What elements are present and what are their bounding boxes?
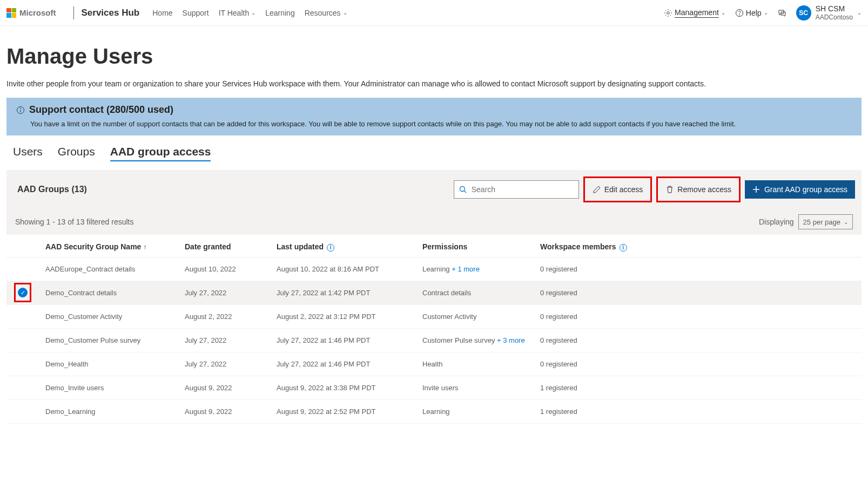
cell-updated: July 27, 2022 at 1:46 PM PDT [277,360,422,368]
tab-aad-group-access[interactable]: AAD group access [110,145,211,161]
cell-date: August 9, 2022 [185,384,277,392]
header-right: Management ⌄ Help ⌄ SC SH CSM AADContoso… [664,4,862,21]
nav-it-health[interactable]: IT Health⌄ [219,9,256,17]
more-permissions-link[interactable]: + 3 more [497,336,525,344]
product-brand[interactable]: Services Hub [82,8,140,18]
col-members[interactable]: Workspace membersi [540,242,659,252]
user-menu[interactable]: SC SH CSM AADContoso ⌄ [796,4,862,21]
remove-access-button[interactable]: Remove access [660,180,737,199]
nav-home[interactable]: Home [152,9,172,17]
table-row[interactable]: Demo_Invite usersAugust 9, 2022August 9,… [6,376,862,400]
col-updated[interactable]: Last updatedi [277,242,422,252]
cell-members: 0 registered [540,265,659,273]
grant-access-label: Grant AAD group access [764,185,847,194]
primary-nav: Home Support IT Health⌄ Learning Resourc… [152,9,347,17]
cell-permissions: Customer Activity [422,313,540,321]
plus-icon [752,186,760,193]
cell-updated: July 27, 2022 at 1:46 PM PDT [277,336,422,344]
microsoft-square-icon [6,8,16,18]
sort-asc-icon: ↑ [143,243,146,251]
tab-groups[interactable]: Groups [58,145,95,161]
cell-date: July 27, 2022 [185,336,277,344]
user-text: SH CSM AADContoso [816,4,853,21]
highlight-row-select: ✓ [14,283,31,302]
table-row[interactable]: Demo_Customer Pulse surveyJuly 27, 2022J… [6,329,862,352]
cell-updated: July 27, 2022 at 1:42 PM PDT [277,289,422,297]
svg-point-0 [667,11,669,13]
chat-icon[interactable] [778,9,786,17]
nav-learning-label: Learning [265,9,295,17]
table-row[interactable]: Demo_LearningAugust 9, 2022August 9, 202… [6,400,862,424]
nav-support[interactable]: Support [183,9,209,17]
nav-support-label: Support [183,9,209,17]
search-input[interactable] [470,185,574,194]
chevron-down-icon: ⌄ [251,10,255,16]
toolbar: AAD Groups (13) Edit access Remove acces… [6,170,862,209]
microsoft-logo[interactable]: Microsoft [6,8,66,18]
cell-name: Demo_Customer Pulse survey [39,336,185,344]
edit-access-button[interactable]: Edit access [587,180,649,199]
app-header: Microsoft Services Hub Home Support IT H… [0,0,868,26]
table-row[interactable]: Demo_HealthJuly 27, 2022July 27, 2022 at… [6,352,862,376]
header-divider [73,6,74,19]
cell-permissions: Contract details [422,289,540,297]
nav-resources[interactable]: Resources⌄ [305,9,347,17]
checkmark-icon: ✓ [18,288,28,297]
table-row[interactable]: AADEurope_Contract detailsAugust 10, 202… [6,257,862,281]
cell-date: August 9, 2022 [185,408,277,416]
nav-learning[interactable]: Learning [265,9,295,17]
chevron-down-icon: ⌄ [721,10,725,16]
cell-members: 0 registered [540,336,659,344]
cell-members: 1 registered [540,408,659,416]
support-contact-banner: Support contact (280/500 used) You have … [6,98,862,135]
more-permissions-link[interactable]: + 1 more [452,265,480,273]
info-icon[interactable]: i [327,244,334,252]
col-date[interactable]: Date granted [185,242,277,251]
per-page-select[interactable]: 25 per page ⌄ [798,214,853,229]
edit-access-label: Edit access [604,185,643,194]
help-menu[interactable]: Help ⌄ [735,9,768,17]
chevron-down-icon: ⌄ [857,10,862,16]
cell-updated: August 2, 2022 at 3:12 PM PDT [277,313,422,321]
cell-members: 1 registered [540,384,659,392]
cell-name: Demo_Learning [39,408,185,416]
groups-table: AAD Security Group Name↑ Date granted La… [6,235,862,424]
table-row[interactable]: ✓Demo_Contract detailsJuly 27, 2022July … [6,281,862,305]
banner-title: Support contact (280/500 used) [29,104,173,116]
col-date-label: Date granted [185,242,231,251]
chevron-down-icon: ⌄ [764,10,768,16]
management-menu[interactable]: Management ⌄ [664,8,725,18]
grant-access-button[interactable]: Grant AAD group access [745,180,855,199]
trash-icon [665,185,674,194]
cell-updated: August 9, 2022 at 2:52 PM PDT [277,408,422,416]
displaying-label: Displaying [759,218,794,226]
nav-it-health-label: IT Health [219,9,250,17]
page-subtitle: Invite other people from your team or or… [6,79,862,88]
avatar: SC [796,5,811,21]
cell-members: 0 registered [540,360,659,368]
cell-permissions: Learning + 1 more [422,265,540,273]
tab-users[interactable]: Users [13,145,43,161]
chevron-down-icon: ⌄ [844,219,848,225]
row-select-cell[interactable]: ✓ [6,283,39,302]
banner-title-row: Support contact (280/500 used) [16,104,852,116]
col-name[interactable]: AAD Security Group Name↑ [39,242,185,251]
col-permissions[interactable]: Permissions [422,242,540,251]
remove-access-label: Remove access [677,185,731,194]
user-org: AADContoso [816,13,853,21]
cell-permissions: Invite users [422,384,540,392]
cell-date: August 10, 2022 [185,265,277,273]
col-updated-label: Last updated [277,242,324,251]
info-icon[interactable]: i [620,244,627,252]
table-header: AAD Security Group Name↑ Date granted La… [6,235,862,257]
table-body: AADEurope_Contract detailsAugust 10, 202… [6,257,862,424]
svg-line-7 [464,191,466,193]
management-label: Management [675,8,719,18]
table-row[interactable]: Demo_Customer ActivityAugust 2, 2022Augu… [6,305,862,329]
search-box[interactable] [454,180,579,199]
cell-date: July 27, 2022 [185,360,277,368]
help-icon [735,9,744,17]
banner-body: You have a limit on the number of suppor… [30,120,852,128]
cell-date: August 2, 2022 [185,313,277,321]
svg-point-2 [739,15,739,15]
